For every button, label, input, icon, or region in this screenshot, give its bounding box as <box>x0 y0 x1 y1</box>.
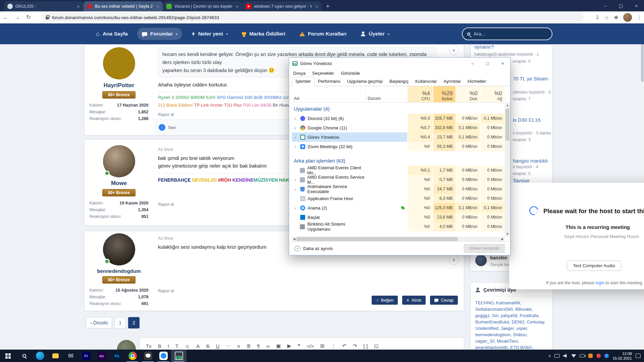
tm-tab-başlangıç[interactable]: Başlangıç <box>386 77 412 86</box>
display-tray-icon[interactable] <box>554 354 559 358</box>
tab-close-icon[interactable]: × <box>155 4 160 9</box>
column-header-status[interactable]: Durum <box>366 86 407 102</box>
list-icon[interactable]: ≡ <box>237 343 240 349</box>
taskbar-clock[interactable]: 12:08 15.02.2021 <box>612 351 632 361</box>
reply-button[interactable]: Cevap <box>430 296 458 305</box>
fewer-details-toggle[interactable]: Daha az ayrıntı <box>303 246 333 251</box>
process-row[interactable]: ›Google Chrome (11)%0,7332,5 MB0,1 MB/sn… <box>292 123 505 132</box>
profile-avatar[interactable] <box>623 13 632 22</box>
font-size-icon[interactable]: T <box>175 343 178 349</box>
sidebar-thread-title[interactable]: 70 TL ye Steam <box>513 76 548 81</box>
test-computer-audio-button[interactable]: Test Computer Audio <box>567 260 621 271</box>
install-app-icon[interactable]: ⇩ <box>595 14 599 21</box>
bold-icon[interactable]: B <box>158 343 161 349</box>
notification-center-icon[interactable] <box>636 354 641 358</box>
tm-minimize-button[interactable]: – <box>465 58 480 69</box>
like-button[interactable]: ☝Beğen <box>372 296 398 305</box>
tm-tab-uygulama-geçmişi[interactable]: Uygulama geçmişi <box>344 77 386 86</box>
expand-chevron-icon[interactable]: › <box>294 144 298 149</box>
avatar[interactable] <box>103 233 135 265</box>
nav-item-marka-ödülleri[interactable]: Marka Ödülleri <box>237 28 290 40</box>
browser-menu-icon[interactable]: ⋮ <box>637 14 642 21</box>
undo-icon[interactable]: ↶ <box>342 343 346 349</box>
more-options-icon[interactable]: ⋮ <box>331 343 336 349</box>
process-group-header[interactable]: Arka plan işlemleri (63) <box>292 155 505 166</box>
avatar[interactable] <box>103 47 135 79</box>
task-manager-titlebar[interactable]: Görev Yöneticisi – □ × <box>289 58 510 69</box>
tm-vertical-scrollbar[interactable]: ▲▼ <box>505 103 510 237</box>
process-group-header[interactable]: Uygulamalar (4) <box>292 103 505 114</box>
tray-app-red-icon[interactable] <box>596 354 601 358</box>
forum-search[interactable] <box>462 27 552 40</box>
expand-chevron-icon[interactable]: › <box>294 116 298 121</box>
page-2-button[interactable]: 2 <box>128 317 140 328</box>
prev-page-button[interactable]: ‹ Önceki <box>86 317 112 328</box>
tm-maximize-button[interactable]: □ <box>480 58 495 69</box>
report-link[interactable]: Rapor et <box>158 289 458 293</box>
taskbar-edge-icon[interactable] <box>32 350 48 362</box>
forward-button[interactable]: → <box>11 14 23 21</box>
address-bar[interactable]: forum.donanimarsivi.com/konu/bu-ses-inti… <box>41 13 584 22</box>
italic-icon[interactable]: I <box>168 343 169 349</box>
sidebar-thread-title[interactable]: oynanır? <box>474 44 494 50</box>
window-minimize-button[interactable]: – <box>598 0 613 11</box>
nav-item-üyeler[interactable]: Üyeler▾ <box>356 28 394 40</box>
refresh-button[interactable]: ↻ <box>23 14 34 21</box>
more-formatting-icon[interactable]: ⋯ <box>226 343 231 349</box>
code-icon[interactable]: </> <box>307 343 314 349</box>
browser-tab[interactable]: Bu ses intihar sebebi! | Sayfa 2 | D× <box>84 1 163 11</box>
new-tab-button[interactable]: + <box>322 3 334 11</box>
tm-close-button[interactable]: × <box>495 58 510 69</box>
search-input[interactable] <box>474 31 541 37</box>
taskbar-photoshop-icon[interactable]: Ps <box>109 350 125 362</box>
expand-chevron-icon[interactable]: › <box>294 187 298 192</box>
taskbar-file-explorer-icon[interactable] <box>48 350 63 362</box>
table-icon[interactable]: ⊞ <box>320 343 325 349</box>
sidebar-thread-title[interactable]: hangisi mantıklı <box>513 158 548 164</box>
process-row[interactable]: ›Görev Yöneticisi%0,423,7 MB0,1 MB/sn0 M… <box>292 132 505 142</box>
tab-close-icon[interactable]: × <box>76 4 80 9</box>
battery-tray-icon[interactable] <box>580 354 585 357</box>
process-row[interactable]: AMD External Events Client Mo...%0,11,7 … <box>292 166 505 175</box>
emoji-icon[interactable]: ☺ <box>185 343 190 349</box>
tm-tab-hizmetler[interactable]: Hizmetler <box>464 77 489 86</box>
bbcode-icon[interactable]: [ ] <box>364 343 368 349</box>
avatar[interactable] <box>475 255 487 266</box>
bookmark-star-icon[interactable]: ☆ <box>604 14 609 21</box>
strikethrough-icon[interactable]: S <box>206 343 209 349</box>
preview-icon[interactable]: ◱ <box>374 343 379 349</box>
browser-tab[interactable]: Vocaroo | Çevrim içi ses kaydedi× <box>163 1 242 11</box>
username[interactable]: HayriPotter <box>85 82 153 89</box>
reaction-users[interactable]: Sen <box>168 125 176 130</box>
paragraph-icon[interactable]: ¶ <box>257 343 260 349</box>
nav-item-ana-sayfa[interactable]: ⌂Ana Sayfa <box>91 28 132 40</box>
avatar[interactable] <box>103 145 135 177</box>
menu-dosya[interactable]: Dosya <box>293 71 306 76</box>
taskbar-mail-icon[interactable]: ✉ <box>63 350 78 362</box>
nav-item-forum-kuralları[interactable]: Forum Kuralları <box>295 28 351 40</box>
scroll-down-button[interactable]: ∨ <box>449 255 459 265</box>
like-reaction-icon[interactable]: ☝ <box>159 124 165 131</box>
taskbar-discord-icon[interactable] <box>140 350 156 362</box>
media-icon[interactable]: ▶ <box>287 343 291 349</box>
tray-app-orange-icon[interactable] <box>588 354 593 358</box>
process-row[interactable]: ›Discord (32 bit) (6)%0,3328,7 MB0 MB/sn… <box>292 114 505 123</box>
process-row[interactable]: Başlat%023,8 MB0 MB/sn0 Mb/sn <box>292 213 505 222</box>
taskbar-search-button[interactable] <box>16 350 32 362</box>
end-task-button[interactable]: Görevi sonlandır <box>464 244 505 253</box>
extensions-puzzle-icon[interactable]: ❖ <box>614 14 619 21</box>
tab-close-icon[interactable]: × <box>235 4 239 9</box>
process-row[interactable]: Application Frame Host%06,3 MB0 MB/sn0 M… <box>292 194 505 203</box>
link-icon[interactable]: ∞ <box>266 343 270 349</box>
tm-tab-ayrıntılar[interactable]: Ayrıntılar <box>440 77 464 86</box>
taskbar-chrome-icon[interactable] <box>125 350 140 362</box>
start-button[interactable] <box>0 350 16 362</box>
tm-tab-kullanıcılar[interactable]: Kullanıcılar <box>412 77 440 86</box>
menu-görüntüle[interactable]: Görüntüle <box>341 71 360 76</box>
hidden-icons-chevron[interactable]: ∧ <box>548 354 551 358</box>
tray-app-blue-icon[interactable] <box>604 354 609 358</box>
expand-chevron-icon[interactable]: › <box>294 135 298 140</box>
expand-chevron-icon[interactable]: › <box>294 177 298 182</box>
taskbar-task-manager-icon[interactable] <box>171 350 186 362</box>
window-maximize-button[interactable]: ▢ <box>613 0 629 11</box>
